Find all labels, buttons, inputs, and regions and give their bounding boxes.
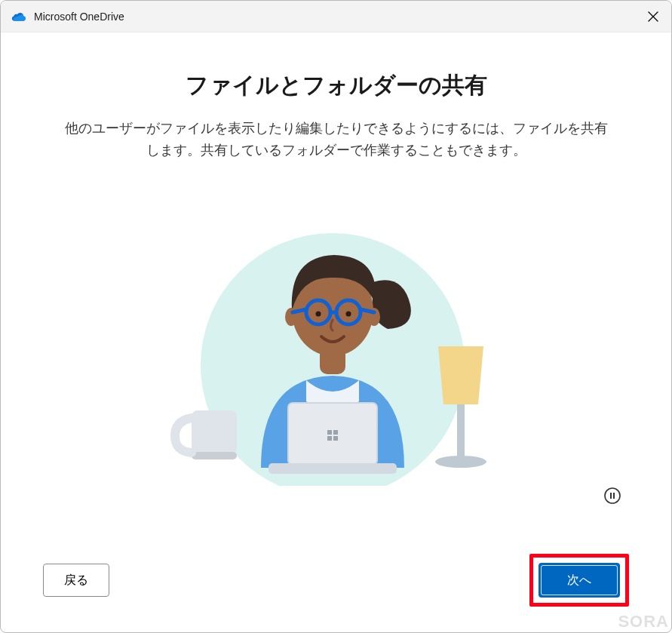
svg-point-11 — [315, 311, 321, 316]
svg-rect-1 — [457, 404, 465, 457]
onedrive-setup-window: Microsoft OneDrive ファイルとフォルダーの共有 他のユーザーが… — [0, 0, 672, 633]
svg-rect-21 — [613, 493, 615, 499]
svg-rect-17 — [327, 436, 332, 441]
svg-rect-15 — [327, 430, 332, 435]
next-button[interactable]: 次へ — [539, 563, 620, 598]
back-button[interactable]: 戻る — [43, 564, 109, 597]
page-subheading: 他のユーザーがファイルを表示したり編集したりできるようにするには、ファイルを共有… — [65, 118, 608, 161]
app-title: Microsoft OneDrive — [34, 11, 124, 23]
page-heading: ファイルとフォルダーの共有 — [186, 70, 487, 101]
svg-point-19 — [605, 488, 620, 503]
svg-rect-20 — [610, 493, 612, 499]
illustration-share — [170, 214, 502, 486]
svg-rect-4 — [192, 452, 237, 459]
pause-icon — [603, 487, 621, 505]
svg-rect-3 — [192, 410, 237, 454]
next-button-label: 次へ — [567, 573, 591, 588]
next-button-highlight: 次へ — [529, 554, 629, 607]
svg-rect-16 — [333, 430, 338, 435]
content-area: ファイルとフォルダーの共有 他のユーザーがファイルを表示したり編集したりできるよ… — [1, 32, 671, 549]
onedrive-cloud-icon — [11, 9, 26, 24]
close-button[interactable] — [635, 1, 671, 32]
footer-actions: 戻る 次へ — [1, 549, 671, 632]
svg-rect-13 — [288, 403, 377, 465]
svg-point-12 — [345, 311, 351, 316]
svg-rect-18 — [333, 436, 338, 441]
svg-rect-14 — [268, 463, 397, 474]
title-bar: Microsoft OneDrive — [1, 1, 671, 32]
pause-animation-button[interactable] — [602, 485, 623, 506]
close-icon — [648, 11, 658, 22]
back-button-label: 戻る — [64, 573, 88, 588]
person-laptop-illustration-icon — [170, 214, 502, 486]
svg-point-2 — [435, 456, 486, 468]
